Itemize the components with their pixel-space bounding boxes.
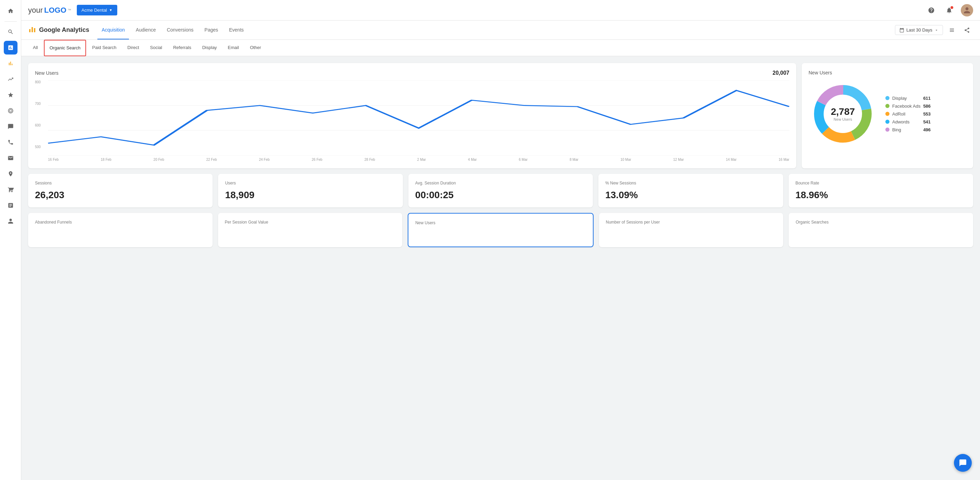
bottom-card-new-users: New Users (408, 213, 593, 247)
stat-bounce-rate-title: Bounce Rate (795, 181, 966, 186)
bottom-row: Abandoned Funnels Per Session Goal Value… (28, 213, 973, 247)
bottom-card-organic-searches: Organic Searches (789, 213, 973, 247)
company-selector-button[interactable]: Acme Dental ▼ (77, 5, 117, 16)
donut-center-label: New Users (831, 117, 855, 121)
tab-display[interactable]: Display (197, 40, 222, 56)
legend-item-adwords: Adwords 541 (885, 119, 931, 124)
bottom-card-title-goal: Per Session Goal Value (225, 220, 396, 224)
sidebar-analytics-icon[interactable] (4, 41, 18, 54)
tab-referrals[interactable]: Referrals (169, 40, 196, 56)
stat-users-title: Users (225, 181, 396, 186)
sidebar (0, 0, 21, 480)
nav-conversions[interactable]: Conversions (162, 21, 197, 40)
tab-organic-search[interactable]: Organic Search (44, 40, 86, 56)
sidebar-bar-chart-icon[interactable] (4, 57, 18, 70)
date-range-button[interactable]: Last 30 Days (895, 25, 943, 35)
legend-dot-bing (885, 127, 889, 132)
sidebar-location-icon[interactable] (4, 167, 18, 181)
y-label-600: 600 (35, 124, 41, 127)
tab-social[interactable]: Social (145, 40, 167, 56)
legend-name-display: Display (892, 95, 920, 101)
line-chart-card: New Users 20,007 800 700 600 500 (28, 63, 796, 168)
chart-total: 20,007 (773, 70, 789, 76)
sidebar-phone-icon[interactable] (4, 135, 18, 149)
bottom-card-abandoned-funnels: Abandoned Funnels (28, 213, 213, 247)
logo-tm: ™ (68, 8, 71, 12)
legend-item-facebook: Facebook Ads 586 (885, 103, 931, 109)
chart-header: New Users 20,007 (35, 70, 789, 76)
svg-point-2 (10, 110, 11, 111)
logo-prefix: your (28, 6, 43, 15)
y-axis-labels: 800 700 600 500 (35, 80, 41, 149)
legend-dot-display (885, 96, 889, 100)
tab-email[interactable]: Email (223, 40, 244, 56)
stat-avg-session-title: Avg. Session Duration (415, 181, 586, 186)
sidebar-report-icon[interactable] (4, 199, 18, 212)
nav-audience[interactable]: Audience (132, 21, 160, 40)
bottom-card-title-sessions-user: Number of Sessions per User (606, 220, 777, 224)
help-button[interactable] (925, 4, 937, 16)
user-avatar[interactable] (961, 4, 973, 16)
chart-type-button[interactable] (946, 24, 958, 37)
nav-pages[interactable]: Pages (200, 21, 222, 40)
nav-acquisition[interactable]: Acquisition (97, 21, 129, 40)
navbar-brand: Google Analytics (28, 25, 89, 35)
charts-row: New Users 20,007 800 700 600 500 (28, 63, 973, 168)
donut-body: 2,787 New Users Display 611 Facebook Ads (808, 79, 966, 148)
stat-sessions-value: 26,203 (35, 189, 206, 200)
topbar: yourLOGO™ Acme Dental ▼ (21, 0, 980, 21)
stat-avg-session-value: 00:00:25 (415, 189, 586, 200)
sidebar-home-icon[interactable] (4, 4, 18, 18)
navbar-title: Google Analytics (39, 26, 89, 33)
stat-users: Users 18,909 (218, 174, 402, 207)
stat-new-sessions-value: 13.09% (605, 189, 776, 200)
filter-tabs: All Organic Search Paid Search Direct So… (21, 40, 980, 56)
tab-all[interactable]: All (28, 40, 43, 56)
legend-val-facebook: 586 (923, 103, 931, 109)
company-chevron-icon: ▼ (109, 8, 113, 12)
legend-dot-adwords (885, 120, 889, 124)
sidebar-star-icon[interactable] (4, 88, 18, 102)
y-label-700: 700 (35, 102, 41, 106)
bottom-card-title-abandoned: Abandoned Funnels (35, 220, 206, 224)
notifications-button[interactable] (943, 4, 955, 16)
chat-button[interactable] (954, 454, 972, 472)
company-name: Acme Dental (82, 8, 107, 13)
donut-chart-visual: 2,787 New Users (808, 79, 877, 148)
stat-bounce-rate: Bounce Rate 18.96% (789, 174, 973, 207)
legend-val-adroll: 553 (923, 111, 931, 116)
tab-other[interactable]: Other (245, 40, 266, 56)
sidebar-user-icon[interactable] (4, 214, 18, 228)
bottom-card-sessions-per-user: Number of Sessions per User (599, 213, 784, 247)
tab-paid-search[interactable]: Paid Search (88, 40, 121, 56)
sidebar-chat-icon[interactable] (4, 120, 18, 134)
legend-val-bing: 496 (923, 127, 931, 132)
legend-name-adwords: Adwords (892, 119, 920, 124)
sidebar-search-icon[interactable] (4, 25, 18, 39)
sidebar-cart-icon[interactable] (4, 183, 18, 197)
sidebar-email-icon[interactable] (4, 151, 18, 165)
logo: yourLOGO™ (28, 6, 71, 15)
sidebar-target-icon[interactable] (4, 104, 18, 118)
bottom-card-title-organic: Organic Searches (795, 220, 966, 224)
date-range-label: Last 30 Days (906, 27, 932, 33)
line-chart-area (48, 80, 789, 156)
bottom-card-title-new-users: New Users (415, 221, 586, 225)
donut-chart-title: New Users (808, 70, 966, 75)
legend-item-adroll: AdRoll 553 (885, 111, 931, 116)
svg-rect-4 (32, 27, 33, 32)
stat-bounce-rate-value: 18.96% (795, 189, 966, 200)
share-button[interactable] (961, 24, 973, 37)
stat-new-sessions-title: % New Sessions (605, 181, 776, 186)
sidebar-trending-icon[interactable] (4, 72, 18, 86)
legend-name-facebook: Facebook Ads (892, 103, 920, 109)
legend-val-adwords: 541 (923, 119, 931, 124)
tab-direct[interactable]: Direct (123, 40, 144, 56)
legend-dot-facebook (885, 104, 889, 108)
stat-sessions-title: Sessions (35, 181, 206, 186)
nav-events[interactable]: Events (225, 21, 248, 40)
y-label-500: 500 (35, 145, 41, 149)
main-content: yourLOGO™ Acme Dental ▼ (21, 0, 980, 480)
legend-item-display: Display 611 (885, 95, 931, 101)
donut-legend: Display 611 Facebook Ads 586 AdRoll 553 (885, 95, 931, 132)
